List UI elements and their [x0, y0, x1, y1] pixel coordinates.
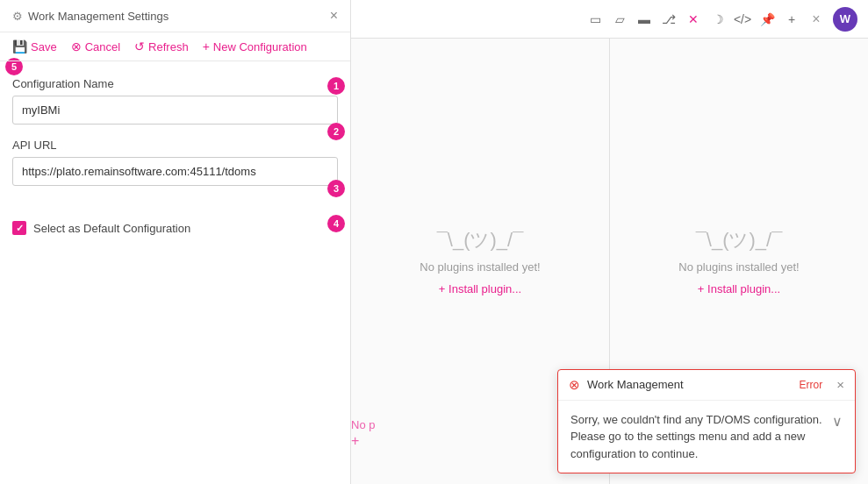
default-config-label: Select as Default Configuration [33, 222, 190, 235]
error-close-button[interactable]: × [836, 377, 844, 392]
plus-icon: + [203, 39, 210, 53]
main-toolbar: ▭ ▱ ▬ ⎇ ✕ ☽ </> 📌 + × W [351, 0, 868, 39]
user-avatar[interactable]: W [833, 7, 857, 32]
pin-icon[interactable]: 📌 [759, 11, 775, 27]
step-badge-3: 3 [327, 180, 345, 197]
error-message-text: Sorry, we couldn't find any TD/OMS confi… [570, 411, 825, 463]
default-config-row: Select as Default Configuration [0, 216, 350, 240]
error-label: Error [800, 379, 823, 391]
refresh-label: Refresh [148, 40, 189, 53]
cancel-button[interactable]: ⊗ Cancel [71, 39, 120, 53]
config-name-input[interactable] [12, 96, 338, 125]
branch-icon[interactable]: ⎇ [661, 11, 677, 27]
layout1-icon[interactable]: ▭ [587, 11, 603, 27]
cross-icon[interactable]: ✕ [685, 11, 701, 27]
error-chevron-icon[interactable]: ∨ [832, 413, 843, 430]
error-dialog: ⊗ Work Management Error × Sorry, we coul… [557, 369, 856, 474]
settings-title: ⚙ Work Management Settings [12, 10, 323, 23]
layout2-icon[interactable]: ▱ [612, 11, 628, 27]
no-plugin-text-right: No plugins installed yet! [678, 260, 799, 274]
step-badge-4: 4 [327, 215, 345, 232]
error-circle-icon: ⊗ [569, 377, 580, 393]
settings-header: ⚙ Work Management Settings × [0, 0, 350, 32]
save-button[interactable]: 💾 Save [12, 39, 57, 53]
api-url-input[interactable] [12, 157, 338, 186]
save-icon: 💾 [12, 39, 27, 53]
partial-plus-icon: + [351, 433, 359, 449]
save-label: Save [31, 40, 57, 53]
no-plugin-icon-left: ¯\_(ツ)_/¯ [437, 227, 524, 253]
cancel-icon: ⊗ [71, 39, 82, 53]
step-badge-2: 2 [327, 123, 345, 140]
config-name-group: Configuration Name [12, 77, 338, 125]
gear-icon: ⚙ [12, 10, 23, 23]
new-config-label: New Configuration [213, 40, 307, 53]
no-plugin-icon-right: ¯\_(ツ)_/¯ [696, 227, 783, 253]
new-configuration-button[interactable]: + New Configuration [203, 39, 307, 53]
error-dialog-body: Sorry, we couldn't find any TD/OMS confi… [558, 401, 855, 473]
settings-panel: ⚙ Work Management Settings × 5 💾 Save ⊗ … [0, 0, 351, 484]
code-icon[interactable]: </> [735, 11, 750, 27]
default-config-checkbox[interactable] [12, 221, 26, 235]
partial-no-plugin-text: No p [351, 418, 375, 431]
config-name-label: Configuration Name [12, 77, 338, 90]
form-area: Configuration Name 2 API URL 3 [0, 61, 350, 216]
cancel-label: Cancel [85, 40, 120, 53]
error-dialog-title: Work Management [587, 378, 793, 391]
no-plugin-text-left: No plugins installed yet! [420, 260, 540, 274]
install-plugin-link-left[interactable]: + Install plugin... [439, 282, 521, 295]
refresh-icon: ↺ [134, 39, 145, 53]
install-plugin-link-right[interactable]: + Install plugin... [698, 282, 780, 295]
settings-close-button[interactable]: × [330, 9, 338, 23]
settings-panel-title: Work Management Settings [28, 10, 169, 23]
refresh-button[interactable]: ↺ Refresh [134, 39, 189, 53]
layout3-icon[interactable]: ▬ [636, 11, 652, 27]
add-icon[interactable]: + [784, 11, 800, 27]
error-dialog-header: ⊗ Work Management Error × [558, 370, 855, 401]
api-url-group: API URL [12, 139, 338, 186]
close-window-icon[interactable]: × [808, 11, 824, 27]
action-bar: 💾 Save ⊗ Cancel ↺ Refresh + New Configur… [0, 32, 350, 61]
api-url-label: API URL [12, 139, 338, 152]
moon-icon[interactable]: ☽ [710, 11, 726, 27]
